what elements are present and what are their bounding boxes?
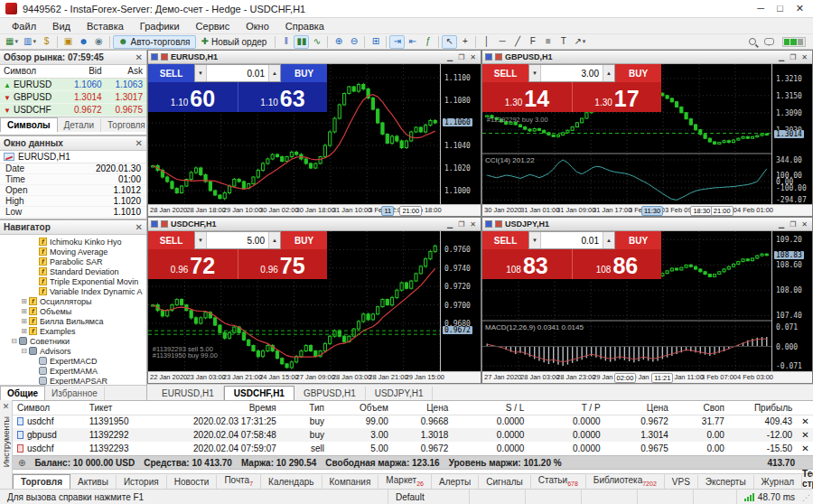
- navigator-item-ExpertMAPSAR[interactable]: ExpertMAPSAR: [0, 376, 146, 385]
- volume-up-stepper[interactable]: ▲: [268, 65, 280, 81]
- close-icon[interactable]: ✕: [136, 52, 143, 62]
- maximize-icon[interactable]: □: [777, 3, 783, 14]
- trendline-tool-icon[interactable]: ╱: [509, 35, 525, 49]
- restore-icon[interactable]: ❐: [790, 220, 796, 229]
- bid-price-button[interactable]: 1.3014: [482, 82, 572, 112]
- minimize-icon[interactable]: ▁: [779, 53, 784, 61]
- chart-shift-icon[interactable]: ⇤: [405, 35, 420, 49]
- chart-body[interactable]: MACD(12,26,9) 0.0341 0.0145SELL▼0.01▲BUY…: [482, 231, 812, 383]
- indicators-list-icon[interactable]: ƒ: [420, 35, 435, 49]
- chart-plot-area[interactable]: CCI(14) 201.22#11392292 buy 3.00SELL▼3.0…: [482, 64, 772, 204]
- volume-value[interactable]: 3.00: [541, 65, 603, 81]
- crosshair-tool-icon[interactable]: +: [457, 35, 472, 49]
- order-row-11392293[interactable]: usdchf113922932020.02.04 07:59:07sell5.0…: [13, 442, 813, 455]
- toolbox-vertical-tab[interactable]: ✕ Инструменты: [0, 400, 13, 489]
- menu-Окно[interactable]: Окно: [238, 20, 277, 33]
- navigator-item-Осцилляторы[interactable]: ⊞fОсцилляторы: [0, 296, 146, 306]
- order-row-11392292[interactable]: gbpusd113922922020.02.04 07:58:48buy3.00…: [13, 428, 813, 442]
- tree-expander-icon[interactable]: ⊞: [20, 327, 28, 335]
- close-order-icon[interactable]: ✕: [797, 415, 813, 428]
- minimize-icon[interactable]: ▁: [447, 53, 453, 61]
- new-chart-icon[interactable]: ▦▾: [3, 35, 21, 49]
- terminal-tab-Новости[interactable]: Новости: [167, 475, 218, 489]
- order-row-11391950[interactable]: usdchf113919502020.02.03 17:31:25buy99.0…: [13, 415, 813, 428]
- close-icon[interactable]: ✕: [801, 53, 808, 61]
- line-chart-mode-icon[interactable]: ∿: [309, 35, 324, 49]
- market-watch-row-GBPUSD[interactable]: ▼GBPUSD1.30141.3017: [0, 90, 146, 103]
- sell-button[interactable]: SELL: [482, 231, 528, 249]
- profile-selector[interactable]: Default: [388, 490, 470, 504]
- terminal-tab-Библиотека[interactable]: Библиотека7202: [586, 473, 665, 489]
- terminal-tab-Почта[interactable]: Почта7: [217, 473, 261, 489]
- horizontal-line-tool-icon[interactable]: ─: [494, 35, 509, 49]
- market-watch-tab-Детали[interactable]: Детали: [58, 118, 101, 132]
- chart-window-GBPUSD[interactable]: GBPUSD,H1▁❐✕CCI(14) 201.22#11392292 buy …: [481, 50, 813, 217]
- terminal-tab-Календарь[interactable]: Календарь: [261, 475, 322, 489]
- menu-Вид[interactable]: Вид: [44, 20, 79, 33]
- arrows-tool-icon[interactable]: ↗▾: [571, 35, 588, 49]
- navigator-tab-Избранное[interactable]: Избранное: [45, 387, 105, 400]
- navigator-item-ExpertMAMA[interactable]: ExpertMAMA: [0, 366, 146, 376]
- close-icon[interactable]: ✕: [470, 220, 476, 229]
- resize-grip[interactable]: ⋰: [802, 493, 813, 504]
- menu-Графики[interactable]: Графики: [132, 20, 188, 33]
- vertical-line-tool-icon[interactable]: │: [479, 35, 494, 49]
- chart-tab-GBPUSD,H1[interactable]: GBPUSD,H1: [294, 387, 366, 400]
- minimize-icon[interactable]: ─: [757, 3, 764, 14]
- tree-expander-icon[interactable]: ⊞: [20, 307, 28, 315]
- bar-chart-mode-icon[interactable]: ‖: [278, 35, 294, 49]
- new-order-button[interactable]: ✚Новый ордер: [196, 35, 273, 49]
- restore-icon[interactable]: ❐: [458, 53, 464, 61]
- volume-value[interactable]: 0.01: [541, 232, 603, 248]
- dropdown-arrow-icon[interactable]: ▾: [14, 38, 18, 45]
- chart-plot-area[interactable]: #11392293 sell 5.00#11391950 buy 99.00SE…: [148, 231, 441, 371]
- menu-Вставка[interactable]: Вставка: [79, 20, 132, 33]
- menu-Справка[interactable]: Справка: [277, 20, 332, 33]
- close-icon[interactable]: ✕: [470, 53, 476, 61]
- tile-windows-icon[interactable]: ⊞: [368, 35, 383, 49]
- chart-window-USDJPY[interactable]: USDJPY,H1▁❐✕MACD(12,26,9) 0.0341 0.0145S…: [481, 217, 813, 384]
- buy-button[interactable]: BUY: [281, 64, 327, 82]
- navigator-item-Variable-Index-Dynamic-A[interactable]: fVariable Index Dynamic A: [0, 286, 146, 296]
- close-icon[interactable]: ✕: [801, 220, 808, 229]
- navigator-item-Examples[interactable]: ⊞fExamples: [0, 326, 146, 336]
- market-watch-tab-Торговля[interactable]: Торговля: [101, 118, 146, 132]
- market-watch-tab-Символы[interactable]: Символы: [0, 117, 58, 132]
- tree-expander-icon[interactable]: ⊟: [20, 347, 28, 355]
- navigator-item-Советники[interactable]: ⊟Советники: [0, 336, 146, 346]
- close-icon[interactable]: ✕: [136, 222, 143, 232]
- navigator-item-Triple-Exponential-Movin[interactable]: fTriple Exponential Movin: [0, 276, 146, 286]
- restore-icon[interactable]: ❐: [458, 220, 464, 229]
- zoom-in-icon[interactable]: ⊕: [331, 35, 346, 49]
- expand-balance-icon[interactable]: ⊕: [18, 458, 25, 468]
- connection-status[interactable]: 48.70 ms: [737, 490, 802, 504]
- auto-scroll-icon[interactable]: ⇥: [389, 35, 405, 49]
- terminal-tab-История[interactable]: История: [117, 475, 167, 489]
- volume-value[interactable]: 0.01: [207, 65, 268, 81]
- volume-up-stepper[interactable]: ▲: [268, 232, 280, 248]
- terminal-tab-Торговля[interactable]: Торговля: [13, 474, 70, 489]
- close-icon[interactable]: ✕: [136, 138, 143, 148]
- chart-tab-EURUSD,H1[interactable]: EURUSD,H1: [153, 387, 224, 400]
- tree-expander-icon[interactable]: ⊞: [20, 297, 28, 305]
- volume-value[interactable]: 5.00: [207, 232, 268, 248]
- terminal-toggle-icon[interactable]: ◉: [91, 35, 107, 49]
- close-order-icon[interactable]: ✕: [797, 442, 813, 455]
- navigator-item-Билла-Вильямса[interactable]: ⊞fБилла Вильямса: [0, 316, 146, 326]
- chart-plot-area[interactable]: SELL▼0.01▲BUY1.10601.1063: [148, 64, 441, 204]
- terminal-tab-Эксперты[interactable]: Эксперты: [698, 475, 754, 489]
- bid-price-button[interactable]: 1.1060: [148, 82, 238, 112]
- terminal-tab-Активы[interactable]: Активы: [70, 475, 117, 489]
- fibonacci-tool-icon[interactable]: F: [525, 35, 540, 49]
- navigator-item-Parabolic-SAR[interactable]: fParabolic SAR: [0, 257, 146, 266]
- chart-window-EURUSD[interactable]: EURUSD,H1▁❐✕SELL▼0.01▲BUY1.10601.10631.1…: [147, 50, 481, 217]
- volume-down-stepper[interactable]: ▼: [195, 232, 207, 248]
- text-tool-icon[interactable]: T: [556, 35, 571, 49]
- navigator-toggle-icon[interactable]: ☻: [76, 35, 91, 49]
- zoom-out-icon[interactable]: ⊖: [346, 35, 361, 49]
- minimize-icon[interactable]: ▁: [779, 220, 784, 229]
- volume-down-stepper[interactable]: ▼: [529, 232, 541, 248]
- market-watch-row-USDCHF[interactable]: ▼USDCHF0.96720.9675: [0, 103, 146, 116]
- chart-body[interactable]: SELL▼0.01▲BUY1.10601.10631.11001.10801.1…: [148, 64, 481, 216]
- navigator-item-Объемы[interactable]: ⊞fОбъемы: [0, 306, 146, 316]
